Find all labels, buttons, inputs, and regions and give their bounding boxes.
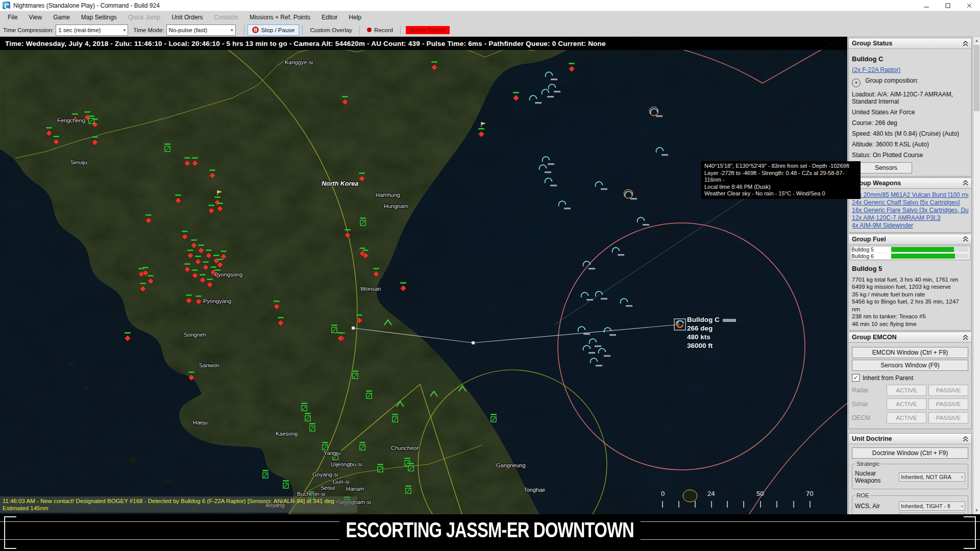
friendly-facility-icon[interactable] <box>262 470 268 478</box>
radar-active-button[interactable]: ACTIVE <box>887 385 926 396</box>
maximize-button[interactable] <box>937 0 959 11</box>
fuel-bar-fill <box>891 247 954 252</box>
weapon-link[interactable]: 4x AIM-9M Sidewinder <box>852 222 968 230</box>
waypoint[interactable] <box>472 341 475 344</box>
time-mode-select[interactable]: No-pulse (fast) ▾ <box>166 24 236 36</box>
menu-editor[interactable]: Editor <box>316 12 343 23</box>
close-button[interactable] <box>959 0 980 11</box>
collapse-icon[interactable] <box>963 335 968 340</box>
menu-contacts: Contacts <box>209 12 244 23</box>
group-fuel-header[interactable]: Group Fuel <box>849 234 971 245</box>
map-label: Pyongyang <box>203 298 231 304</box>
weapon-link[interactable]: 12x AIM-120C-7 AMRAAM P3I.3 <box>852 214 968 222</box>
friendly-facility-icon[interactable] <box>359 442 365 450</box>
collapse-icon[interactable] <box>963 236 968 242</box>
weapon-link[interactable]: 16x Generic Flare Salvo [3x Cartridges, … <box>852 207 968 214</box>
friendly-facility-icon[interactable] <box>283 480 289 488</box>
weapon-link[interactable]: 24x Generic Chaff Salvo [5x Cartridges] <box>852 199 968 207</box>
friendly-facility-icon[interactable] <box>331 324 337 333</box>
friendly-facility-icon[interactable] <box>405 485 411 493</box>
map-label: Pyongsong <box>214 271 242 278</box>
group-composition-row[interactable]: ▾ Group composition: <box>852 77 968 87</box>
oecm-active-button[interactable]: ACTIVE <box>887 412 926 423</box>
group-fuel-panel: Group Fuel Bulldog 5 Bulldog 6 Bulldog 5… <box>848 234 972 331</box>
altitude-text: Altitude: 36000 ft ASL (Auto) <box>852 141 968 148</box>
scroll-down-icon[interactable]: ▼ <box>973 508 980 513</box>
sensors-window-button[interactable]: Sensors Window (F9) <box>852 360 968 371</box>
group-status-header[interactable]: Group Status <box>849 38 971 49</box>
title-bar: Nightmares (Standalone Play) - Command -… <box>0 0 980 11</box>
friendly-facility-icon[interactable] <box>404 458 410 466</box>
friendly-facility-icon[interactable] <box>301 403 307 411</box>
collapse-icon[interactable] <box>963 180 968 186</box>
collapse-icon[interactable] <box>963 436 968 442</box>
minimize-button[interactable] <box>916 0 937 11</box>
map-label: Fengcheng <box>57 117 85 123</box>
tactical-map[interactable]: Kanggye-siFengchengSinuijuNorth KoreaHam… <box>0 37 847 514</box>
nuclear-weapons-select[interactable]: Inherited, NOT GRA ▾ <box>899 472 965 482</box>
scrollbar-thumb[interactable] <box>974 45 979 111</box>
map-label: Haeju <box>193 419 208 425</box>
record-button[interactable]: Record <box>363 25 397 35</box>
friendly-facility-icon[interactable] <box>366 390 372 398</box>
map-label: Uijeongbu-si <box>331 461 362 467</box>
friendly-facility-icon[interactable] <box>408 463 414 471</box>
friendly-facility-icon[interactable] <box>88 115 94 123</box>
custom-overlay-button[interactable]: Custom Overlay <box>306 25 356 35</box>
friendly-facility-icon[interactable] <box>322 442 328 450</box>
emcon-window-button[interactable]: EMCON Window (Ctrl + F9) <box>852 347 968 358</box>
menu-help[interactable]: Help <box>343 12 367 23</box>
oecm-passive-button[interactable]: PASSIVE <box>928 412 968 423</box>
group-weapons-header[interactable]: Group Weapons <box>849 178 971 189</box>
weapon-link[interactable]: 10x 20mm/85 M61A2 Vulcan Burst [100 rnds… <box>852 191 968 199</box>
menu-file[interactable]: File <box>2 12 23 23</box>
fuel-bar-fill <box>891 254 955 259</box>
sonar-passive-button[interactable]: PASSIVE <box>928 398 968 410</box>
time-compression-select[interactable]: 1 sec (real-time) ▾ <box>56 24 128 36</box>
collapse-icon[interactable] <box>963 41 968 46</box>
nuclear-weapons-label: Nuclear Weapons <box>855 470 899 484</box>
fuel-row[interactable]: Bulldog 5 <box>850 246 970 253</box>
unit-doctrine-header[interactable]: Unit Doctrine <box>849 434 971 444</box>
fuel-row[interactable]: Bulldog 6 <box>850 253 970 260</box>
sonar-active-button[interactable]: ACTIVE <box>887 398 926 410</box>
sonar-label: Sonar <box>852 400 885 408</box>
sensors-button[interactable]: Sensors <box>860 162 912 173</box>
friendly-facility-icon[interactable] <box>392 414 398 422</box>
group-status-panel: Group Status Bulldog C (2x F-22A Raptor)… <box>848 38 972 177</box>
friendly-facility-icon[interactable] <box>305 413 311 421</box>
menu-view[interactable]: View <box>23 12 47 23</box>
map-label: Yangju <box>324 450 340 456</box>
inherit-from-parent-checkbox-row[interactable]: ✓ Inherit from Parent <box>852 374 968 382</box>
scroll-up-icon[interactable]: ▲ <box>973 38 980 43</box>
sidebar-scrollbar[interactable]: ▲ ▼ <box>973 37 980 514</box>
friendly-facility-icon[interactable] <box>377 464 383 472</box>
unit-type-link[interactable]: (2x F-22A Raptor) <box>852 66 900 73</box>
checkbox-checked-icon[interactable]: ✓ <box>852 374 860 382</box>
friendly-facility-icon[interactable] <box>352 370 358 379</box>
doctrine-window-button[interactable]: Doctrine Window (Ctrl + F9) <box>852 447 968 459</box>
friendly-facility-icon[interactable] <box>491 414 497 422</box>
menu-unit-orders[interactable]: Unit Orders <box>166 12 208 23</box>
chevron-down-icon: ▾ <box>961 504 963 509</box>
friendly-facility-icon[interactable] <box>164 143 170 152</box>
map-label: Kanggye-si <box>285 59 313 65</box>
mission-title: ESCORTING JASSM-ER DOWNTOWN <box>0 518 980 542</box>
chevron-down-circle-icon[interactable]: ▾ <box>852 79 861 87</box>
friendly-facility-icon[interactable] <box>360 217 366 226</box>
speed-text: Speed: 480 kts (M 0.84) (Cruise) (Auto) <box>852 130 968 137</box>
game-speed-badge[interactable]: Game Speed <box>406 26 450 34</box>
wcs-air-select[interactable]: Inherited, TIGHT - fi▾ <box>899 502 965 511</box>
map-canvas[interactable]: Kanggye-siFengchengSinuijuNorth KoreaHam… <box>0 37 847 514</box>
roe-fieldset: ROE WCS, Air Inherited, TIGHT - fi▾ WCS,… <box>852 492 968 514</box>
group-emcon-header[interactable]: Group EMCON <box>849 332 971 343</box>
friendly-facility-icon[interactable] <box>309 423 315 431</box>
stop-pause-button[interactable]: Stop / Pause <box>248 24 300 36</box>
waypoint[interactable] <box>352 327 355 330</box>
right-sidebar: Group Status Bulldog C (2x F-22A Raptor)… <box>847 37 973 514</box>
radar-passive-button[interactable]: PASSIVE <box>928 385 968 396</box>
loadout-text: Loadout: A/A: AIM-120C-7 AMRAAM, Standar… <box>852 91 968 105</box>
menu-map-settings[interactable]: Map Settings <box>76 12 122 23</box>
menu-missions-ref-points[interactable]: Missions + Ref. Points <box>244 12 316 23</box>
menu-game[interactable]: Game <box>47 12 76 23</box>
